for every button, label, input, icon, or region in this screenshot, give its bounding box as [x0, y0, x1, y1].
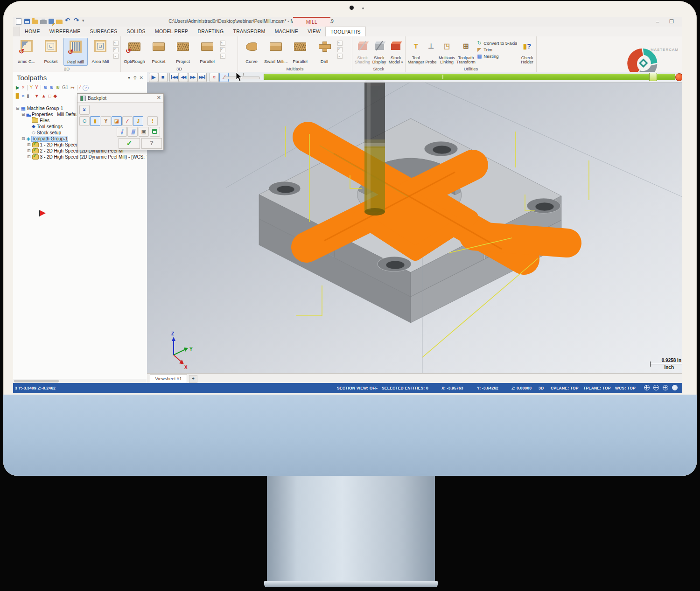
select-all-icon[interactable]: ▶	[16, 84, 20, 91]
backplot-toolbar-icon[interactable]: ⁄	[80, 84, 81, 91]
button-curve[interactable]: Curve	[240, 38, 263, 65]
filter-clear-icon[interactable]: Υ	[35, 84, 38, 91]
stop-button[interactable]	[158, 73, 168, 82]
print-icon[interactable]	[40, 20, 47, 24]
bp-quickverify-button[interactable]	[133, 116, 143, 126]
play-button[interactable]	[149, 73, 158, 82]
scrollbar-thumb[interactable]	[14, 380, 59, 382]
deselect-all-icon[interactable]: ×	[22, 84, 25, 91]
move-up-icon[interactable]: ▲	[42, 93, 46, 99]
redo-icon[interactable]	[73, 18, 80, 25]
tab-machine[interactable]: MACHINE	[270, 27, 303, 36]
button-project[interactable]: Project	[171, 38, 195, 65]
tree-stock-setup[interactable]: Stock setup	[32, 130, 61, 135]
bp-endpoints-button[interactable]	[122, 116, 133, 126]
wcs-icon[interactable]	[672, 385, 678, 390]
button-parallel-multiaxis[interactable]: Parallel	[288, 38, 312, 65]
button-check-holder[interactable]: ▮? Check Holder	[519, 38, 535, 65]
move-down-icon[interactable]: ▼	[35, 93, 39, 99]
restore-button[interactable]: ❐	[666, 18, 677, 25]
help-toolbar-icon[interactable]: ?	[83, 85, 89, 91]
bp-rapid-button[interactable]	[112, 116, 122, 126]
go-start-button[interactable]	[169, 73, 179, 82]
new-file-icon[interactable]	[16, 18, 21, 25]
button-peel-mill[interactable]: Peel Mill	[63, 38, 88, 66]
go-end-button[interactable]	[197, 73, 207, 82]
tab-transform[interactable]: TRANSFORM	[228, 27, 270, 36]
context-tab-mill[interactable]: MILL	[293, 17, 330, 28]
panel-pin-icon[interactable]: ⚲	[133, 75, 137, 80]
button-stock-model[interactable]: Stock Model	[387, 38, 404, 65]
backplot-progress-bar[interactable]	[264, 74, 675, 80]
move-insert-icon[interactable]: □	[49, 93, 51, 99]
status-wcs[interactable]: WCS: TOP	[615, 386, 636, 390]
status-tplane[interactable]: TPLANE: TOP	[583, 386, 611, 390]
trace-toggle-button[interactable]	[210, 73, 219, 82]
button-probe[interactable]: ⊥ Probe	[425, 38, 438, 65]
button-tool-manager[interactable]: T Tool Manager	[407, 38, 425, 65]
button-nesting[interactable]: ▦ Nesting	[476, 53, 517, 59]
regen-dirty-icon[interactable]: ≋	[49, 84, 53, 91]
panel-dropdown-icon[interactable]: ▾	[128, 75, 130, 80]
viewsheet-add-tab[interactable]: +	[189, 375, 197, 383]
post-icon[interactable]: ↦	[70, 84, 74, 91]
button-stock-display[interactable]: Stock Display	[371, 38, 388, 65]
expand-toggle-icon[interactable]: ⊟	[21, 112, 25, 117]
lock-icon[interactable]: ▉	[16, 93, 20, 99]
tree-toolpath-group[interactable]: ⊟ Toolpath Group-1	[21, 136, 68, 141]
undo-icon[interactable]	[64, 18, 71, 25]
tab-surfaces[interactable]: SURFACES	[85, 27, 122, 36]
bp-tool-axis-button[interactable]	[79, 116, 90, 126]
regen-selected-icon[interactable]: ≋	[56, 84, 60, 91]
bp-help-button[interactable]	[141, 138, 162, 149]
progress-end-button[interactable]	[675, 73, 682, 81]
tab-file-partial[interactable]	[13, 27, 20, 36]
scroll-insert-icon[interactable]: ◆	[54, 93, 57, 99]
tab-drafting[interactable]: DRAFTING	[193, 27, 228, 36]
button-pocket-2d[interactable]: Pocket	[39, 38, 63, 65]
tab-toolpaths[interactable]: TOOLPATHS	[325, 27, 366, 36]
step-forward-button[interactable]	[188, 73, 197, 82]
status-x[interactable]: X: -3.95763	[441, 386, 463, 390]
status-mode[interactable]: 3D	[539, 386, 544, 390]
gallery-scroll-2d[interactable]: ˄˅⌄	[113, 38, 119, 66]
gallery-scroll-3d[interactable]: ˄˅⌄	[220, 38, 226, 65]
bp-expand-button[interactable]	[79, 105, 90, 115]
minimize-button[interactable]: –	[652, 18, 663, 25]
bp-ok-button[interactable]	[119, 138, 140, 149]
expand-toggle-icon[interactable]: ⊟	[21, 136, 25, 141]
gview-icon[interactable]	[644, 385, 650, 390]
button-swarf-milling[interactable]: Swarf Milli...	[264, 38, 287, 65]
button-optirough[interactable]: OptiRough	[123, 38, 146, 65]
status-selected-entities[interactable]: SELECTED ENTITIES: 0	[382, 386, 428, 390]
bp-snapshot-button[interactable]	[139, 127, 149, 137]
tplane-icon[interactable]	[663, 385, 668, 390]
filter-run-icon[interactable]: Υ	[30, 84, 33, 91]
tab-home[interactable]: HOME	[20, 27, 45, 36]
bp-holder-button[interactable]	[101, 116, 111, 126]
button-dynamic-contour[interactable]: amic C...	[15, 38, 38, 65]
tab-model-prep[interactable]: MODEL PREP	[150, 27, 193, 36]
bp-alert-button[interactable]	[147, 116, 158, 126]
qat-more-icon[interactable]	[82, 18, 89, 25]
tab-view[interactable]: VIEW	[303, 27, 325, 36]
status-section-view[interactable]: SECTION VIEW: OFF	[337, 386, 378, 390]
viewsheet-tab[interactable]: Viewsheet #1	[150, 374, 187, 383]
expand-toggle-icon[interactable]: ⊞	[27, 154, 31, 159]
progress-slider-thumb[interactable]	[649, 73, 657, 81]
regen-all-icon[interactable]: ≋	[43, 84, 47, 91]
expand-toggle-icon[interactable]: ⊞	[27, 148, 31, 153]
bp-save-button[interactable]	[150, 127, 160, 137]
tree-operation-3[interactable]: ⊞ 3 - 2D High Speed (2D Dynamic Peel Mil…	[27, 154, 163, 160]
button-drill-multiaxis[interactable]: Drill	[313, 38, 336, 65]
gallery-scroll-multiaxis[interactable]: ˄˅⌄	[337, 38, 343, 65]
tree-files[interactable]: Files	[32, 118, 49, 123]
saveas-icon[interactable]	[49, 19, 54, 24]
status-cplane[interactable]: CPLANE: TOP	[551, 386, 579, 390]
status-y[interactable]: Y: -3.64262	[477, 386, 498, 390]
insert-position-flag[interactable]	[39, 210, 40, 216]
button-parallel-3d[interactable]: Parallel	[196, 38, 219, 65]
expand-toggle-icon[interactable]: ⊞	[27, 142, 31, 147]
toggle-display-icon[interactable]: ≈	[22, 93, 25, 99]
step-back-button[interactable]	[179, 73, 188, 82]
